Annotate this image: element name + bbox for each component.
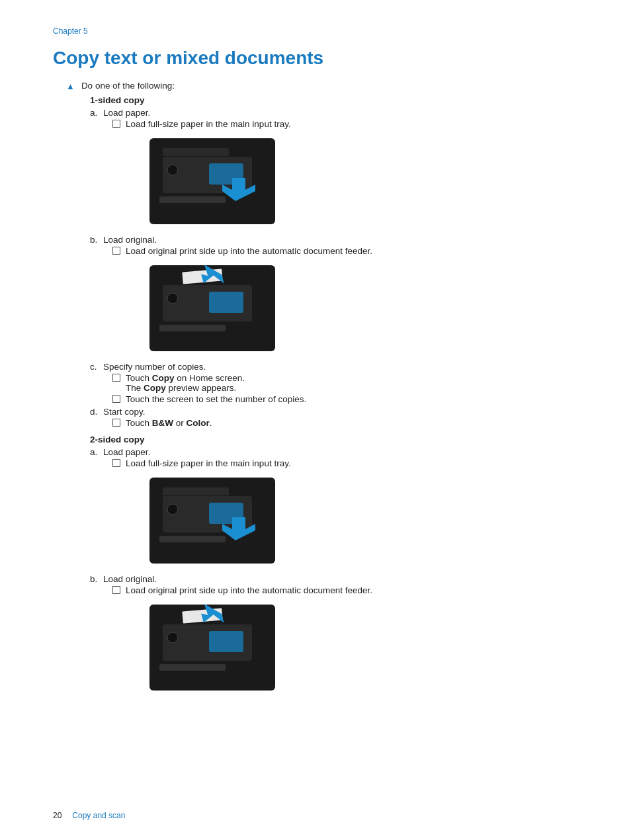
step-1b-letter: b. [90, 235, 103, 245]
checkbox-icon [112, 120, 120, 128]
step-1b-sub1-text: Load original print side up into the aut… [126, 246, 372, 256]
top-instruction-row: ▲ Do one of the following: [66, 81, 578, 91]
step-1d-row: d. Start copy. Touch B&W or Color. [90, 407, 578, 429]
printer-image-4 [149, 605, 275, 691]
svg-rect-23 [209, 631, 243, 652]
step-2b-row: b. Load original. Load original print si… [90, 574, 578, 700]
step-1b-row: b. Load original. Load original print si… [90, 235, 578, 360]
step-2a-row: a. Load paper. Load full-size paper in t… [90, 447, 578, 573]
svg-rect-19 [163, 487, 229, 495]
svg-rect-9 [209, 292, 243, 313]
step-1a-row: a. Load paper. Load full-size paper in t… [90, 108, 578, 233]
printer-image-3 [149, 478, 275, 564]
step-1c-sub2-text: Touch the screen to set the number of co… [126, 394, 306, 404]
step-1c-sub2: Touch the screen to set the number of co… [112, 394, 578, 404]
checkbox-icon [112, 459, 120, 467]
svg-point-13 [167, 293, 178, 304]
step-2a-sub1: Load full-size paper in the main input t… [112, 458, 578, 468]
step-2b-text: Load original. [103, 574, 578, 584]
step-1a-text: Load paper. [103, 108, 578, 118]
svg-point-6 [167, 165, 178, 175]
footer: 20 Copy and scan [53, 811, 125, 820]
step-1c-text: Specify number of copies. [103, 362, 578, 372]
checkbox-icon [112, 374, 120, 382]
checkbox-icon [112, 247, 120, 255]
step-2b-sub1: Load original print side up into the aut… [112, 585, 578, 595]
step-1c-sub1-text: Touch Copy on Home screen.The Copy previ… [126, 373, 245, 393]
printer-image-3-container [149, 478, 578, 564]
svg-rect-17 [159, 536, 226, 542]
step-2b-sub1-text: Load original print side up into the aut… [126, 585, 372, 595]
step-1d-text: Start copy. [103, 407, 578, 417]
step-1d-letter: d. [90, 407, 103, 417]
printer-image-4-container [149, 605, 578, 691]
top-instruction-text: Do one of the following: [81, 81, 175, 91]
svg-rect-3 [159, 196, 226, 203]
step-1b-content: Load original. Load original print side … [103, 235, 578, 360]
step-2b-content: Load original. Load original print side … [103, 574, 578, 700]
checkbox-icon [112, 395, 120, 403]
step-2a-sub1-text: Load full-size paper in the main input t… [126, 458, 291, 468]
printer-image-2-container [149, 265, 578, 351]
step-1c-sub1: Touch Copy on Home screen.The Copy previ… [112, 373, 578, 393]
step-1a-content: Load paper. Load full-size paper in the … [103, 108, 578, 233]
step-1d-sub1-text: Touch B&W or Color. [126, 418, 212, 428]
step-1b-text: Load original. [103, 235, 578, 245]
step-1c-row: c. Specify number of copies. Touch Copy … [90, 362, 578, 405]
page-title: Copy text or mixed documents [53, 48, 578, 69]
svg-rect-10 [159, 325, 226, 331]
step-1a-sub1: Load full-size paper in the main input t… [112, 119, 578, 129]
checkbox-icon [112, 419, 120, 427]
step-2a-text: Load paper. [103, 447, 578, 457]
triangle-bullet-icon: ▲ [66, 81, 75, 91]
footer-page-number: 20 [53, 811, 62, 820]
checkbox-icon [112, 586, 120, 594]
svg-rect-5 [163, 148, 229, 156]
chapter-label: Chapter 5 [53, 26, 578, 36]
step-1c-content: Specify number of copies. Touch Copy on … [103, 362, 578, 405]
step-1b-sub1: Load original print side up into the aut… [112, 246, 578, 256]
svg-rect-24 [159, 664, 226, 671]
section-one-sided-label: 1-sided copy [90, 95, 578, 105]
svg-point-27 [167, 632, 178, 643]
section-two-sided-label: 2-sided copy [90, 435, 578, 444]
step-1a-sub1-text: Load full-size paper in the main input t… [126, 119, 291, 129]
step-2b-letter: b. [90, 574, 103, 584]
printer-image-2 [149, 265, 275, 351]
printer-image-1-container [149, 138, 578, 224]
printer-image-1 [149, 138, 275, 224]
step-1c-letter: c. [90, 362, 103, 372]
step-1d-sub1: Touch B&W or Color. [112, 418, 578, 428]
footer-section: Copy and scan [72, 811, 125, 820]
step-1a-letter: a. [90, 108, 103, 118]
step-1d-content: Start copy. Touch B&W or Color. [103, 407, 578, 429]
step-2a-content: Load paper. Load full-size paper in the … [103, 447, 578, 573]
svg-point-20 [167, 504, 178, 515]
step-2a-letter: a. [90, 447, 103, 457]
